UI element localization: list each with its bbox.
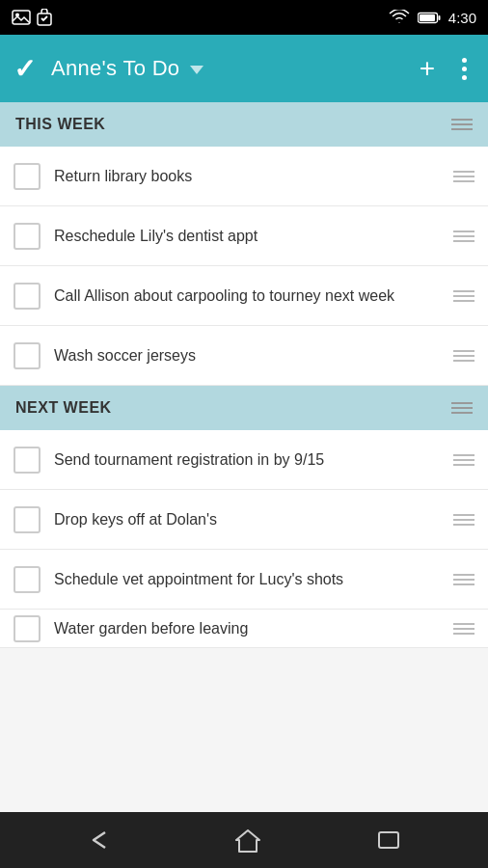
svg-rect-7 — [379, 832, 398, 848]
task-drag-handle-6[interactable] — [453, 514, 474, 526]
task-drag-handle-2[interactable] — [453, 231, 474, 242]
task-item: Send tournament registration in by 9/15 — [0, 430, 488, 490]
status-time: 4:30 — [448, 10, 476, 26]
section-title-this-week: THIS WEEK — [15, 116, 105, 133]
section-drag-handle-this-week[interactable] — [451, 119, 473, 130]
task-checkbox-4[interactable] — [14, 342, 41, 369]
section-header-next-week: NEXT WEEK — [0, 386, 488, 430]
section-drag-handle-next-week[interactable] — [451, 402, 473, 414]
section-title-next-week: NEXT WEEK — [15, 399, 112, 417]
task-text-2: Reschedule Lily's dentist appt — [54, 226, 440, 247]
task-drag-handle-4[interactable] — [453, 350, 474, 362]
toolbar: ✓ Anne's To Do + — [0, 35, 488, 102]
task-text-6: Drop keys off at Dolan's — [54, 509, 440, 530]
battery-icon — [418, 12, 441, 24]
task-text-7: Schedule vet appointment for Lucy's shot… — [54, 569, 440, 590]
svg-rect-4 — [438, 15, 440, 20]
task-text-8: Water garden before leaving — [54, 618, 440, 639]
svg-rect-5 — [420, 14, 435, 21]
more-options-button[interactable] — [454, 54, 474, 84]
task-scroll-area: THIS WEEK Return library books Reschedul… — [0, 102, 488, 812]
task-checkbox-6[interactable] — [14, 506, 41, 533]
task-drag-handle-8[interactable] — [453, 623, 474, 635]
task-text-1: Return library books — [54, 166, 440, 187]
bag-icon — [37, 9, 52, 26]
more-dot-2 — [462, 67, 467, 71]
task-item: Return library books — [0, 147, 488, 206]
bottom-nav — [0, 812, 488, 868]
task-checkbox-5[interactable] — [14, 447, 41, 474]
status-icons-left — [12, 9, 52, 26]
status-bar: 4:30 — [0, 0, 488, 35]
toolbar-title-text: Anne's To Do — [51, 56, 179, 80]
recents-button[interactable] — [375, 827, 402, 854]
task-text-3: Call Allison about carpooling to tourney… — [54, 285, 440, 307]
task-text-5: Send tournament registration in by 9/15 — [54, 449, 440, 471]
back-button[interactable] — [86, 827, 121, 854]
more-dot-3 — [462, 75, 467, 80]
wifi-icon — [389, 10, 410, 25]
add-task-button[interactable]: + — [412, 51, 443, 86]
svg-rect-0 — [13, 11, 30, 24]
home-button[interactable] — [234, 827, 261, 854]
image-icon — [12, 10, 31, 25]
task-item: Reschedule Lily's dentist appt — [0, 206, 488, 266]
task-item: Drop keys off at Dolan's — [0, 490, 488, 550]
section-header-this-week: THIS WEEK — [0, 102, 488, 147]
task-item: Water garden before leaving — [0, 610, 488, 648]
task-text-4: Wash soccer jerseys — [54, 345, 440, 366]
svg-marker-6 — [236, 830, 259, 852]
task-checkbox-3[interactable] — [14, 283, 41, 310]
task-item: Schedule vet appointment for Lucy's shot… — [0, 550, 488, 610]
task-item: Wash soccer jerseys — [0, 326, 488, 386]
task-drag-handle-7[interactable] — [453, 574, 474, 585]
task-checkbox-2[interactable] — [14, 223, 41, 250]
task-checkbox-1[interactable] — [14, 163, 41, 190]
task-checkbox-7[interactable] — [14, 566, 41, 593]
task-drag-handle-5[interactable] — [453, 454, 474, 466]
task-drag-handle-1[interactable] — [453, 171, 474, 182]
toolbar-title: Anne's To Do — [51, 56, 400, 81]
status-icons-right: 4:30 — [389, 10, 476, 26]
toolbar-checkmark-icon: ✓ — [14, 53, 36, 85]
more-dot-1 — [462, 58, 467, 63]
task-drag-handle-3[interactable] — [453, 290, 474, 302]
task-item: Call Allison about carpooling to tourney… — [0, 266, 488, 326]
toolbar-dropdown-arrow-icon[interactable] — [190, 66, 203, 74]
task-checkbox-8[interactable] — [14, 615, 41, 642]
